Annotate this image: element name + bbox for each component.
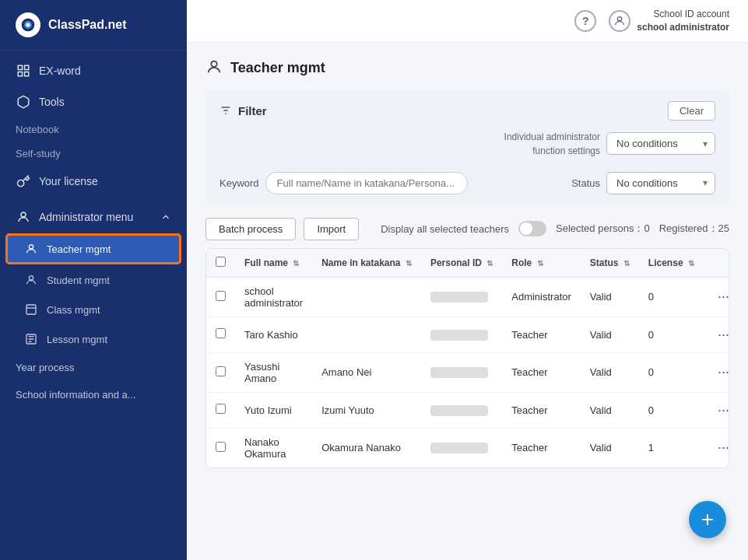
chevron-up-icon — [160, 212, 171, 222]
cell-actions: ··· — [704, 428, 729, 467]
cell-personalid: ████████ — [421, 277, 502, 317]
sort-katakana-icon[interactable]: ⇅ — [406, 259, 412, 268]
admin-menu-header[interactable]: Administrator menu — [0, 201, 187, 233]
row-menu-button[interactable]: ··· — [713, 401, 729, 420]
sidebar-item-class-mgmt[interactable]: Class mgmt — [0, 295, 187, 324]
personal-id-blurred: ████████ — [430, 405, 488, 416]
help-button[interactable]: ? — [574, 10, 596, 32]
keyword-label: Keyword — [219, 177, 259, 189]
personal-id-blurred: ████████ — [430, 292, 488, 303]
sidebar-item-exword[interactable]: EX-word — [0, 55, 187, 86]
cell-status: Valid — [581, 352, 639, 392]
cell-katakana: Okamura Nanako — [312, 428, 421, 467]
table-body: school administrator ████████ Administra… — [206, 277, 729, 467]
import-button[interactable]: Import — [304, 218, 359, 240]
cell-actions: ··· — [704, 277, 729, 317]
filter-admin-group: Individual administratorfunction setting… — [219, 130, 715, 158]
cell-actions: ··· — [704, 352, 729, 392]
cell-katakana: Izumi Yuuto — [312, 392, 421, 428]
select-all-checkbox[interactable] — [216, 257, 226, 267]
row-menu-button[interactable]: ··· — [713, 287, 729, 306]
row-checkbox — [206, 392, 235, 428]
row-menu-button[interactable]: ··· — [713, 362, 729, 382]
svg-point-13 — [618, 16, 622, 20]
sidebar: ClassPad.net EX-word Tools Notebook Self… — [0, 0, 187, 560]
status-conditions-wrapper: No conditions — [606, 172, 715, 194]
sidebar-item-license[interactable]: Your license — [0, 166, 187, 197]
header-fullname: Full name ⇅ — [235, 249, 312, 278]
keyword-input[interactable] — [265, 172, 468, 194]
sidebar-item-notebook[interactable]: Notebook — [0, 117, 187, 142]
sidebar-item-student-mgmt[interactable]: Student mgmt — [0, 265, 187, 295]
sidebar-item-exword-label: EX-word — [39, 65, 81, 77]
table-scroll-wrapper[interactable]: Full name ⇅ Name in katakana ⇅ Personal … — [206, 249, 729, 467]
header-license: License ⇅ — [639, 249, 704, 278]
row-checkbox — [206, 317, 235, 352]
admin-submenu: Teacher mgmt Student mgmt Class mgmt Les… — [0, 233, 187, 354]
display-all-toggle[interactable] — [518, 221, 546, 236]
sort-fullname-icon[interactable]: ⇅ — [293, 259, 299, 268]
selected-persons-label: Selected persons：0 — [556, 222, 650, 236]
add-fab-button[interactable]: + — [689, 501, 726, 538]
sidebar-item-school-info[interactable]: School information and a... — [0, 381, 187, 408]
cell-personalid: ████████ — [421, 317, 502, 352]
cell-license: 0 — [639, 352, 704, 392]
table-row: Yasushi Amano Amano Nei ████████ Teacher… — [206, 352, 729, 392]
row-select-checkbox[interactable] — [216, 366, 226, 376]
cell-fullname: Yuto Izumi — [235, 392, 312, 428]
sort-status-icon[interactable]: ⇅ — [623, 259, 630, 268]
row-select-checkbox[interactable] — [216, 404, 226, 414]
cell-actions: ··· — [704, 317, 729, 352]
sidebar-item-selfstudy[interactable]: Self-study — [0, 142, 187, 166]
filter-status-group: Status No conditions — [571, 172, 715, 194]
header-checkbox — [206, 249, 235, 278]
sort-personalid-icon[interactable]: ⇅ — [486, 259, 493, 268]
row-menu-button[interactable]: ··· — [713, 325, 729, 345]
svg-rect-10 — [26, 305, 36, 314]
header-status: Status ⇅ — [581, 249, 639, 278]
cell-fullname: Nanako Okamura — [235, 428, 312, 467]
topbar-right: ? School ID account school administrator — [574, 8, 729, 34]
svg-point-7 — [21, 212, 26, 217]
logo-area[interactable]: ClassPad.net — [0, 0, 187, 51]
cell-role: Teacher — [502, 392, 581, 428]
user-menu[interactable]: School ID account school administrator — [609, 8, 729, 34]
sidebar-item-teacher-mgmt[interactable]: Teacher mgmt — [6, 234, 181, 264]
filter-title: Filter — [219, 104, 267, 117]
sort-role-icon[interactable]: ⇅ — [537, 259, 543, 268]
student-icon — [23, 272, 39, 288]
sidebar-item-year-process[interactable]: Year process — [0, 354, 187, 381]
sort-license-icon[interactable]: ⇅ — [688, 259, 694, 268]
display-all-label: Display all selected teachers — [381, 223, 509, 235]
cell-katakana — [312, 317, 421, 352]
filter-clear-button[interactable]: Clear — [668, 101, 715, 121]
cell-role: Teacher — [502, 428, 581, 467]
table-row: school administrator ████████ Administra… — [206, 277, 729, 317]
cell-personalid: ████████ — [421, 428, 502, 467]
user-account: School ID account — [637, 8, 729, 21]
row-select-checkbox[interactable] — [216, 291, 226, 301]
class-mgmt-label: Class mgmt — [47, 304, 100, 316]
batch-process-button[interactable]: Batch process — [205, 218, 296, 240]
status-label: Status — [571, 177, 600, 189]
lesson-icon — [23, 331, 39, 347]
admin-conditions-select[interactable]: No conditions — [606, 132, 715, 155]
svg-point-14 — [211, 61, 216, 66]
row-checkbox — [206, 352, 235, 392]
sidebar-item-lesson-mgmt[interactable]: Lesson mgmt — [0, 324, 187, 354]
toggle-knob — [520, 222, 532, 235]
main-content: ? School ID account school administrator… — [187, 0, 748, 560]
toolbar: Batch process Import Display all selecte… — [205, 218, 729, 240]
row-select-checkbox[interactable] — [216, 328, 226, 338]
status-conditions-select[interactable]: No conditions — [606, 172, 715, 194]
svg-rect-5 — [18, 72, 22, 76]
cell-fullname: Yasushi Amano — [235, 352, 312, 392]
user-avatar-icon — [609, 10, 630, 32]
sidebar-item-tools[interactable]: Tools — [0, 86, 187, 117]
brand-name: ClassPad.net — [48, 18, 126, 32]
row-checkbox — [206, 277, 235, 317]
admin-icon — [16, 209, 31, 225]
row-menu-button[interactable]: ··· — [713, 438, 729, 457]
cell-katakana: Amano Nei — [312, 352, 421, 392]
row-select-checkbox[interactable] — [216, 442, 226, 452]
